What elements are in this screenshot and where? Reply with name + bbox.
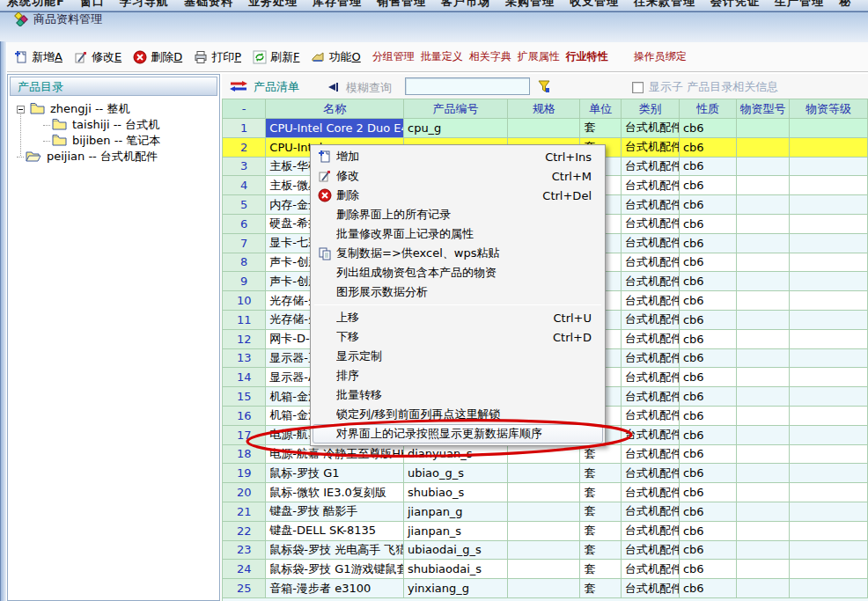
cell-model[interactable] — [737, 541, 790, 561]
menu-item-modify[interactable]: 修改Ctrl+M — [313, 166, 603, 186]
toolbar-command-related-dict[interactable]: 相关字典 — [469, 49, 511, 64]
cell-category[interactable]: 台式机配件 — [622, 483, 680, 502]
table-row[interactable]: 25音箱-漫步者 e3100yinxiang_g套台式机配件cb6 — [223, 579, 868, 598]
cell-grade[interactable] — [790, 176, 868, 195]
cell-grade[interactable] — [790, 541, 868, 561]
cell-nature[interactable]: cb6 — [680, 291, 737, 311]
menu-item-copy-data[interactable]: 复制数据=>供excel、wps粘贴 — [313, 244, 603, 263]
cell-nature[interactable]: cb6 — [680, 368, 737, 387]
table-row[interactable]: 21键盘-罗技 酷影手jianpan_g套台式机配件cb6 — [223, 502, 868, 522]
cell-nature[interactable]: cb6 — [680, 119, 737, 138]
cell-category[interactable]: 台式机配件 — [622, 311, 680, 330]
cell-model[interactable] — [737, 253, 790, 273]
table-row[interactable]: 22键盘-DELL SK-8135jianpan_s套台式机配件cb6 — [223, 522, 868, 541]
cell-category[interactable]: 台式机配件 — [622, 176, 680, 195]
cell-grade[interactable] — [790, 368, 868, 387]
cell-grade[interactable] — [790, 426, 868, 445]
cell-category[interactable]: 台式机配件 — [622, 330, 680, 349]
cell-num[interactable]: 19 — [223, 464, 266, 483]
checkbox-box[interactable] — [632, 82, 644, 93]
cell-category[interactable]: 台式机配件 — [622, 195, 680, 215]
menu-item-sort[interactable]: 排序 — [313, 366, 603, 385]
cell-grade[interactable] — [790, 502, 868, 522]
cell-grade[interactable] — [790, 158, 868, 177]
cell-unit[interactable]: 套 — [580, 483, 622, 502]
cell-num[interactable]: 13 — [223, 349, 266, 369]
cell-code[interactable]: jianpan_g — [404, 502, 508, 522]
cell-nature[interactable]: cb6 — [680, 541, 737, 561]
cell-model[interactable] — [737, 330, 790, 349]
toolbar-command-operator-bind[interactable]: 操作员绑定 — [634, 49, 687, 64]
cell-grade[interactable] — [790, 311, 868, 330]
cell-model[interactable] — [737, 291, 790, 311]
cell-spec[interactable] — [508, 464, 580, 483]
menubar-item-7[interactable]: 客户市场 — [441, 0, 490, 10]
cell-grade[interactable] — [790, 138, 868, 158]
cell-nature[interactable]: cb6 — [680, 253, 737, 273]
menu-item-list-bom-materials[interactable]: 列出组成物资包含本产品的物资 — [313, 263, 603, 282]
column-header-category[interactable]: 类别 — [622, 99, 680, 119]
cell-code[interactable]: yinxiang_g — [404, 579, 508, 598]
cell-grade[interactable] — [790, 195, 868, 215]
menubar-item-3[interactable]: 基础资料 — [184, 0, 233, 10]
menu-item-add[interactable]: 增加Ctrl+Ins — [313, 147, 603, 166]
column-header-num[interactable]: - — [223, 99, 266, 119]
cell-model[interactable] — [737, 522, 790, 541]
cell-nature[interactable]: cb6 — [680, 426, 737, 445]
cell-num[interactable]: 23 — [223, 541, 266, 561]
cell-num[interactable]: 21 — [223, 502, 266, 522]
cell-grade[interactable] — [790, 291, 868, 311]
menu-item-update-db-order[interactable]: 对界面上的记录按照显示更新数据库顺序 — [313, 424, 603, 443]
cell-model[interactable] — [737, 368, 790, 387]
cell-num[interactable]: 16 — [223, 407, 266, 426]
cell-grade[interactable] — [790, 483, 868, 502]
cell-spec[interactable] — [508, 119, 580, 138]
cell-num[interactable]: 25 — [223, 579, 266, 598]
cell-num[interactable]: 14 — [223, 368, 266, 387]
cell-grade[interactable] — [790, 272, 868, 291]
menu-item-graph-data-analysis[interactable]: 图形展示数据分析 — [313, 282, 603, 302]
cell-code[interactable]: shubiaodai_s — [404, 560, 508, 579]
cell-code[interactable]: ubiaodai_g_s — [404, 541, 508, 561]
menubar-item-8[interactable]: 采购管理 — [505, 0, 555, 10]
cell-category[interactable]: 台式机配件 — [622, 119, 680, 138]
toolbar-command-group-manage[interactable]: 分组管理 — [372, 49, 415, 64]
cell-name[interactable]: 键盘-罗技 酷影手 — [266, 502, 404, 522]
cell-code[interactable]: shubiao_s — [404, 483, 508, 502]
cell-model[interactable] — [737, 272, 790, 291]
cell-num[interactable]: 12 — [223, 330, 266, 349]
menubar-item-2[interactable]: 学习导航 — [120, 0, 169, 10]
cell-grade[interactable] — [790, 407, 868, 426]
cell-grade[interactable] — [790, 330, 868, 349]
menubar-item-6[interactable]: 销售管理 — [377, 0, 426, 10]
menubar-item-10[interactable]: 往来款管理 — [634, 0, 695, 10]
table-row[interactable]: 24鼠标袋-罗技 G1游戏键鼠套装shubiaodai_s套台式机配件cb6 — [223, 560, 868, 579]
tree-item-taishiji[interactable]: taishiji -- 台式机 — [8, 117, 219, 133]
cell-category[interactable]: 台式机配件 — [622, 349, 680, 369]
cell-name[interactable]: 电源-航嘉 冷静王至尊版HK5 — [266, 445, 404, 465]
cell-num[interactable]: 10 — [223, 291, 266, 311]
toolbar-command-extended-attrs[interactable]: 扩展属性 — [518, 49, 560, 64]
cell-category[interactable]: 台式机配件 — [622, 368, 680, 387]
cell-nature[interactable]: cb6 — [680, 330, 737, 349]
cell-model[interactable] — [737, 119, 790, 138]
function-button[interactable]: 功能O — [311, 49, 360, 65]
cell-grade[interactable] — [790, 464, 868, 483]
cell-name[interactable]: 鼠标-微软 IE3.0复刻版 — [266, 483, 404, 502]
show-sub-catalog-checkbox[interactable]: 显示子 产品目录相关信息 — [632, 79, 778, 95]
cell-name[interactable]: 鼠标袋-罗技 G1游戏键鼠套装 — [266, 560, 404, 579]
tree-item-bijiben[interactable]: bijiben -- 笔记本 — [8, 133, 219, 149]
cell-nature[interactable]: cb6 — [680, 464, 737, 483]
add-button[interactable]: 新增A — [14, 49, 63, 65]
refresh-button[interactable]: 刷新F — [253, 49, 299, 65]
cell-model[interactable] — [737, 234, 790, 253]
cell-category[interactable]: 台式机配件 — [622, 215, 680, 234]
collapse-expander[interactable] — [17, 106, 25, 114]
cell-grade[interactable] — [790, 349, 868, 369]
menu-item-batch-modify-attrs[interactable]: 批量修改界面上记录的属性 — [313, 224, 603, 244]
table-row[interactable]: 20鼠标-微软 IE3.0复刻版shubiao_s套台式机配件cb6 — [223, 483, 868, 502]
menubar-item-12[interactable]: 生产管理 — [775, 0, 824, 10]
tree-item-zhengji[interactable]: zhengji -- 整机 — [8, 101, 219, 117]
column-header-grade[interactable]: 物资等级 — [790, 99, 868, 119]
tree-item-peijian[interactable]: peijian -- 台式机配件 — [8, 149, 219, 165]
